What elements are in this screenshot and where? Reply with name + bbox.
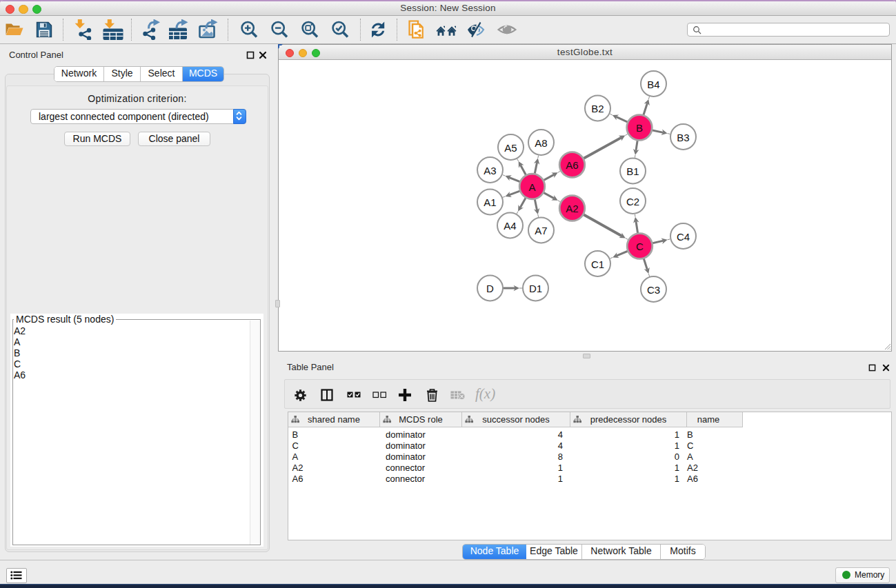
svg-text:D1: D1 — [529, 283, 542, 294]
svg-text:B3: B3 — [677, 132, 689, 143]
svg-text:A: A — [528, 181, 535, 193]
svg-text:A3: A3 — [484, 165, 496, 176]
svg-text:A8: A8 — [535, 137, 547, 149]
svg-text:C3: C3 — [647, 284, 660, 296]
svg-text:B4: B4 — [647, 79, 659, 90]
svg-text:A7: A7 — [535, 225, 547, 236]
svg-text:C2: C2 — [626, 196, 639, 207]
svg-text:A2: A2 — [566, 203, 578, 214]
svg-text:C4: C4 — [677, 231, 690, 243]
svg-text:A1: A1 — [484, 196, 496, 208]
svg-text:C1: C1 — [591, 258, 604, 270]
svg-text:B1: B1 — [626, 165, 639, 177]
svg-text:C: C — [636, 241, 644, 252]
svg-text:A6: A6 — [566, 159, 578, 171]
svg-text:D: D — [486, 283, 494, 294]
svg-text:B2: B2 — [591, 103, 604, 114]
svg-text:A4: A4 — [504, 220, 516, 232]
svg-text:A5: A5 — [504, 142, 517, 154]
svg-text:B: B — [636, 122, 643, 134]
